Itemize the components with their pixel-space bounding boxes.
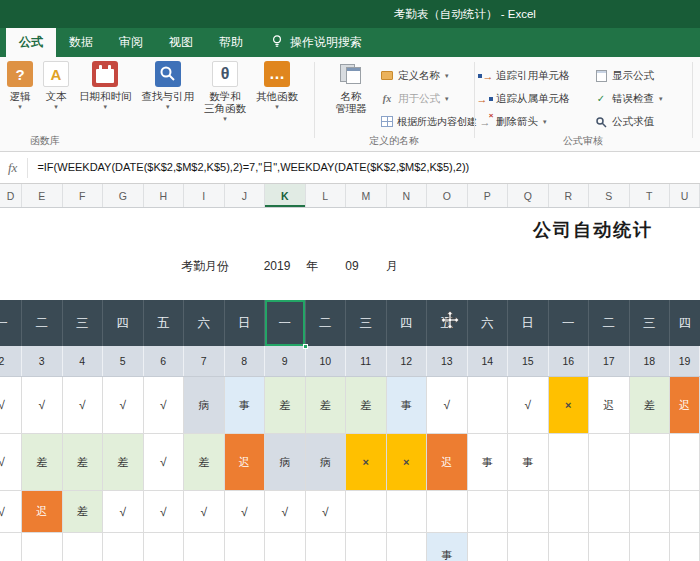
cell[interactable]: × [387,434,428,491]
date-cell[interactable]: 17 [589,346,630,376]
cell[interactable]: √ [0,491,22,533]
cell[interactable]: √ [63,377,104,434]
create-from-selection-button[interactable]: 根据所选内容创建 [380,110,477,133]
math-trig-button[interactable]: θ数学和三角函数▾ [199,61,251,122]
column-header-I[interactable]: I [184,184,225,207]
cell[interactable]: √ [306,491,347,533]
weekday-cell[interactable]: 四 [387,300,428,346]
cell[interactable]: √ [103,377,144,434]
date-cell[interactable]: 3 [22,346,63,376]
date-cell[interactable]: 16 [549,346,590,376]
date-cell[interactable]: 15 [508,346,549,376]
cell[interactable]: √ [508,377,549,434]
cell[interactable] [387,491,428,533]
error-check-button[interactable]: ✓错误检查▾ [594,87,663,110]
cell[interactable] [670,491,700,533]
formula-bar[interactable]: fx =IF(WEEKDAY(DATE($K$2,$M$2,K$5),2)=7,… [0,152,700,184]
use-in-formula-button[interactable]: fx用于公式▾ [380,87,477,110]
cell[interactable] [630,434,671,491]
date-cell[interactable]: 4 [63,346,104,376]
date-time-button[interactable]: 日期和时间▾ [74,61,137,110]
date-cell[interactable]: 8 [225,346,266,376]
cell[interactable]: 事 [225,377,266,434]
cell[interactable] [589,533,630,561]
cell[interactable]: × [549,377,590,434]
cell[interactable]: 迟 [670,377,700,434]
show-formulas-button[interactable]: 显示公式 [594,64,663,87]
cell[interactable] [306,533,347,561]
cell[interactable] [549,491,590,533]
more-functions-button[interactable]: …其他函数▾ [251,61,303,110]
date-cell[interactable]: 11 [346,346,387,376]
date-cell[interactable]: 19 [670,346,700,376]
cell[interactable] [427,491,468,533]
cell[interactable]: × [346,434,387,491]
column-header-O[interactable]: O [427,184,468,207]
tab-help[interactable]: 帮助 [206,28,256,57]
cell[interactable]: 事 [508,434,549,491]
cell[interactable]: 事 [427,533,468,561]
column-header-U[interactable]: U [670,184,700,207]
cell[interactable]: 病 [265,434,306,491]
cell[interactable] [346,491,387,533]
cell[interactable] [670,434,700,491]
weekday-cell[interactable]: 六 [184,300,225,346]
date-cell[interactable]: 13 [427,346,468,376]
fill-handle[interactable] [303,344,308,349]
cell[interactable] [144,533,185,561]
cell[interactable]: 差 [630,377,671,434]
cell[interactable]: 病 [306,434,347,491]
cell[interactable] [346,533,387,561]
remove-arrows-button[interactable]: →×删除箭头▾ [478,110,570,133]
weekday-cell[interactable]: 二 [22,300,63,346]
tab-view[interactable]: 视图 [156,28,206,57]
weekday-cell[interactable]: 二 [589,300,630,346]
date-cell[interactable]: 7 [184,346,225,376]
column-header-E[interactable]: E [22,184,63,207]
weekday-cell[interactable]: 三 [63,300,104,346]
date-cell[interactable]: 10 [306,346,347,376]
cell[interactable]: 病 [184,377,225,434]
lookup-reference-button[interactable]: 查找与引用▾ [137,61,200,110]
column-header-G[interactable]: G [103,184,144,207]
cell[interactable]: √ [427,377,468,434]
cell[interactable] [468,533,509,561]
cell[interactable] [589,434,630,491]
cell[interactable] [225,533,266,561]
column-header-Q[interactable]: Q [508,184,549,207]
cell[interactable] [630,533,671,561]
column-header-T[interactable]: T [630,184,671,207]
cell[interactable]: √ [144,434,185,491]
cell[interactable]: 差 [184,434,225,491]
cell[interactable] [103,533,144,561]
cell[interactable]: 差 [103,434,144,491]
date-cell[interactable]: 18 [630,346,671,376]
cell[interactable]: √ [0,434,22,491]
define-name-button[interactable]: 定义名称▾ [380,64,477,87]
column-header-S[interactable]: S [589,184,630,207]
weekday-cell[interactable]: 日 [508,300,549,346]
weekday-cell[interactable]: 二 [306,300,347,346]
trace-precedents-button[interactable]: →追踪引用单元格 [478,64,570,87]
cell[interactable] [387,533,428,561]
column-header-R[interactable]: R [549,184,590,207]
column-header-P[interactable]: P [468,184,509,207]
column-header-J[interactable]: J [225,184,266,207]
year-cell[interactable]: 2019 [257,257,297,275]
weekday-cell[interactable]: 一 [549,300,590,346]
cell[interactable] [265,533,306,561]
cell[interactable] [549,533,590,561]
date-cell[interactable]: 14 [468,346,509,376]
cell[interactable]: √ [0,377,22,434]
cell[interactable]: √ [22,377,63,434]
cell[interactable] [63,533,104,561]
column-header-L[interactable]: L [306,184,347,207]
cell[interactable] [184,533,225,561]
date-cell[interactable]: 5 [103,346,144,376]
cell[interactable] [468,491,509,533]
logic-button[interactable]: ?逻辑▾ [2,61,38,110]
date-cell[interactable]: 12 [387,346,428,376]
month-cell[interactable]: 09 [340,257,364,275]
cell[interactable]: 迟 [427,434,468,491]
cell[interactable] [670,533,700,561]
